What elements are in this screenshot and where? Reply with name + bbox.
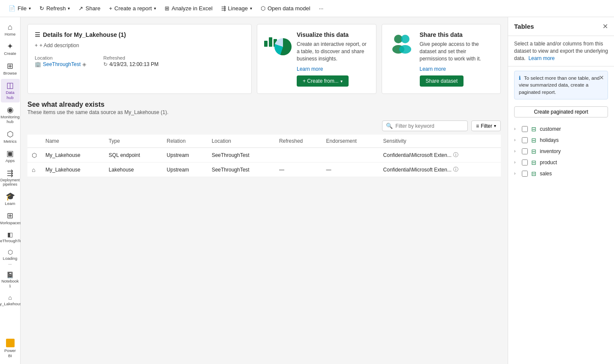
sidebar-item-create[interactable]: ✦ Create [1, 40, 20, 58]
panel-description: Select a table and/or columns from this … [508, 36, 614, 66]
table-chevron-icon: › [514, 138, 518, 142]
section-subtitle: These items use the same data source as … [27, 109, 501, 115]
row-location: SeeThroughTest [208, 162, 275, 177]
row-type: SQL endpoint [105, 148, 163, 162]
sidebar-item-learn[interactable]: 🎓 Learn [1, 190, 20, 208]
row-endorsement: — [322, 162, 379, 177]
table-name: product [540, 159, 557, 165]
see-what-exists-section: See what already exists These items use … [27, 101, 501, 177]
close-info-button[interactable]: ✕ [599, 74, 604, 82]
create-report-button[interactable]: + Create a report ▾ [105, 3, 160, 13]
sidebar-item-datahub[interactable]: ◫ Data hub [1, 79, 20, 102]
powerbi-logo [6, 339, 15, 347]
sidebar: ⌂ Home ✦ Create ⊞ Browse ◫ Data hub ◉ Mo… [0, 17, 21, 364]
sidebar-item-mylakehouse[interactable]: ⌂ My_Lakehouse [1, 292, 20, 309]
open-data-model-button[interactable]: ⬡ Open data model [257, 3, 314, 13]
details-card-title: ☰ Details for My_Lakehouse (1) [35, 31, 244, 38]
table-chevron-icon: › [514, 126, 518, 131]
browse-icon: ⊞ [7, 62, 13, 70]
sidebar-item-deployment[interactable]: ⇶ Deployment pipelines [1, 167, 20, 189]
col-endorsement-header: Endorsement [322, 135, 379, 148]
table-grid-icon: ⊟ [531, 148, 536, 155]
row-name: My_Lakehouse [41, 148, 105, 162]
share-dataset-button[interactable]: Share dataset [420, 75, 464, 87]
sidebar-item-loading[interactable]: ⬡ Loading ... [1, 247, 20, 268]
filter-button[interactable]: ≡ Filter ▾ [471, 120, 501, 131]
table-chevron-icon: › [514, 160, 518, 165]
share-card-body: Share this data Give people access to th… [420, 31, 494, 87]
learn-icon: 🎓 [6, 193, 15, 200]
table-list-item[interactable]: › ⊟ product [508, 157, 614, 168]
more-button[interactable]: ··· [316, 3, 327, 13]
sidebar-item-monitoring[interactable]: ◉ Monitoring hub [1, 103, 20, 127]
search-input[interactable] [395, 123, 464, 129]
share-learn-more[interactable]: Learn more [420, 66, 446, 72]
sidebar-item-seethrough[interactable]: ◧ SeeThroughTest [1, 229, 20, 246]
create-paginated-button[interactable]: Create paginated report [514, 106, 608, 117]
table-grid-icon: ⊟ [531, 170, 536, 177]
location-link[interactable]: SeeThroughTest [43, 61, 81, 67]
share-people-icon [389, 31, 415, 55]
create-from-button[interactable]: + Create from... ▾ [297, 75, 349, 87]
panel-info-box: ℹ To select more than one table, and vie… [514, 71, 608, 99]
add-description-button[interactable]: + + Add description [35, 42, 244, 48]
table-checkbox[interactable] [522, 171, 528, 177]
table-list-item[interactable]: › ⊟ holidays [508, 135, 614, 146]
col-name-header: Name [41, 135, 105, 148]
table-row[interactable]: ⌂ My_Lakehouse Lakehouse Upstream SeeThr… [27, 162, 501, 177]
sidebar-item-browse[interactable]: ⊞ Browse [1, 60, 20, 78]
notebook-icon: 📓 [6, 272, 14, 278]
table-name: customer [540, 126, 561, 132]
table-checkbox[interactable] [522, 126, 528, 132]
table-list: › ⊟ customer › ⊟ holidays › ⊟ inventory … [508, 122, 614, 181]
lineage-button[interactable]: ⇶ Lineage ▾ [218, 3, 256, 13]
visualize-title: Visualize this data [297, 31, 369, 38]
sidebar-item-apps[interactable]: ▣ Apps [1, 147, 20, 165]
visualize-learn-more[interactable]: Learn more [297, 66, 323, 72]
panel-header: Tables ✕ [508, 17, 614, 36]
table-name: holidays [540, 137, 559, 143]
share-desc: Give people access to the dataset and se… [420, 41, 494, 62]
right-panel: Tables ✕ Select a table and/or columns f… [508, 17, 614, 364]
table-list-item[interactable]: › ⊟ inventory [508, 146, 614, 157]
table-checkbox[interactable] [522, 137, 528, 143]
table-name: sales [540, 171, 552, 177]
excel-icon: ⊞ [165, 5, 169, 12]
lineage-icon: ⇶ [221, 5, 226, 12]
sidebar-item-metrics[interactable]: ⬡ Metrics [1, 128, 20, 146]
sidebar-item-notebook[interactable]: 📓 Notebook 1 [1, 269, 20, 291]
col-icon-header [27, 135, 41, 148]
sensitivity-info-icon[interactable]: ⓘ [453, 166, 458, 173]
table-grid-icon: ⊟ [531, 159, 536, 166]
visualize-desc: Create an interactive report, or a table… [297, 41, 369, 62]
meta-row: Location 🏢 SeeThroughTest ◈ Refreshed ↻ … [35, 55, 244, 67]
chevron-icon: ▾ [29, 6, 31, 11]
search-box: 🔍 [382, 120, 468, 131]
sensitivity-info-icon[interactable]: ⓘ [453, 151, 458, 159]
table-checkbox[interactable] [522, 148, 528, 154]
sidebar-item-workspaces[interactable]: ⊞ Workspaces [1, 209, 20, 228]
table-chevron-icon: › [514, 149, 518, 153]
home-icon: ⌂ [8, 23, 12, 31]
refresh-button[interactable]: ↻ Refresh ▾ [36, 3, 74, 13]
table-list-item[interactable]: › ⊟ sales [508, 168, 614, 179]
plus-icon: + [35, 42, 38, 48]
share-button[interactable]: ↗ Share [75, 3, 104, 13]
table-list-item[interactable]: › ⊟ customer [508, 123, 614, 135]
file-button[interactable]: 📄 File ▾ [5, 3, 34, 13]
info-icon: ℹ [519, 75, 521, 81]
sidebar-item-home[interactable]: ⌂ Home [1, 21, 20, 39]
refresh-icon: ↻ [39, 5, 44, 12]
chevron-icon: ▾ [68, 6, 70, 11]
table-checkbox[interactable] [522, 159, 528, 165]
close-panel-button[interactable]: ✕ [602, 22, 608, 30]
section-title: See what already exists [27, 101, 501, 108]
create-icon: ✦ [7, 42, 13, 50]
panel-learn-more[interactable]: Learn more [528, 55, 554, 61]
main-layout: ⌂ Home ✦ Create ⊞ Browse ◫ Data hub ◉ Mo… [0, 17, 614, 364]
cards-row: ☰ Details for My_Lakehouse (1) + + Add d… [27, 24, 501, 94]
table-row[interactable]: ⬡ My_Lakehouse SQL endpoint Upstream See… [27, 148, 501, 162]
table-chevron-icon: › [514, 171, 518, 176]
visualize-card: Visualize this data Create an interactiv… [257, 24, 376, 94]
analyze-excel-button[interactable]: ⊞ Analyze in Excel [161, 3, 216, 13]
